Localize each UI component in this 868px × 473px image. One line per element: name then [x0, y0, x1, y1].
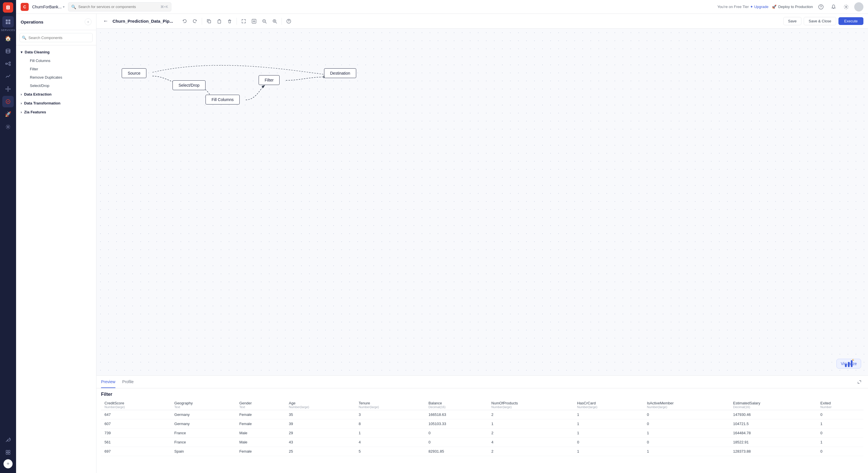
- tab-profile[interactable]: Profile: [122, 376, 134, 388]
- nav-icon-tools[interactable]: [2, 434, 14, 445]
- node-label: Filter: [265, 78, 274, 83]
- svg-rect-19: [6, 453, 8, 454]
- nav-icon-models[interactable]: [2, 83, 14, 95]
- operations-sidebar: Operations ‹ 🔍 ▾ Data Cleaning Fill C: [16, 14, 96, 473]
- col-exited: Exited Number: [817, 399, 863, 410]
- pipeline-container: Operations ‹ 🔍 ▾ Data Cleaning Fill C: [16, 14, 868, 473]
- help-button[interactable]: [284, 17, 293, 26]
- ops-item-fill-columns[interactable]: Fill Columns: [25, 57, 96, 65]
- node-label: Select/Drop: [179, 83, 199, 88]
- expand-button[interactable]: [249, 17, 259, 26]
- delete-button[interactable]: [225, 17, 234, 26]
- services-label: Services: [1, 29, 15, 32]
- bell-icon-btn[interactable]: [829, 2, 838, 11]
- deploy-button[interactable]: 🚀 Deploy to Production: [772, 5, 813, 9]
- add-component-button[interactable]: +: [3, 459, 12, 468]
- keyboard-shortcut: ⌘+K: [160, 5, 168, 9]
- table-row: 647GermanyFemale353166518.63210147930.46…: [101, 410, 863, 419]
- preview-section: Preview Profile Filter Cr: [96, 375, 868, 473]
- pipeline-node-destination[interactable]: Destination: [324, 68, 356, 78]
- fullscreen-button[interactable]: [239, 17, 248, 26]
- app-logo-nav[interactable]: C: [21, 3, 29, 11]
- category-data-transformation-header[interactable]: › Data Transformation: [16, 99, 96, 107]
- zoom-out-button[interactable]: [260, 17, 269, 26]
- ops-search-input[interactable]: [20, 33, 93, 42]
- save-close-button[interactable]: Save & Close: [804, 17, 836, 25]
- category-zia-features: › Zia Features: [16, 107, 96, 117]
- services-section: Services: [1, 16, 15, 32]
- chevron-down-icon: ▾: [63, 5, 65, 9]
- help-icon-btn[interactable]: [816, 2, 826, 11]
- col-estimatedsalary: EstimatedSalary Decimal(16): [730, 399, 817, 410]
- pipeline-node-filter[interactable]: Filter: [259, 75, 280, 85]
- nav-icon-analytics[interactable]: [2, 71, 14, 82]
- visualize-label: Visualize: [841, 361, 857, 366]
- undo-button[interactable]: [180, 17, 189, 26]
- expand-preview-button[interactable]: [856, 378, 863, 386]
- table-row: 607GermanyFemale398105103.33110104721.51: [101, 419, 863, 429]
- collapse-sidebar-button[interactable]: ‹: [85, 19, 92, 25]
- svg-rect-2: [6, 22, 8, 24]
- ops-header: Operations ‹: [16, 14, 96, 30]
- nav-icon-pipeline[interactable]: [2, 58, 14, 69]
- svg-point-8: [9, 62, 11, 63]
- svg-point-12: [8, 91, 9, 92]
- nav-icon-active[interactable]: [2, 96, 14, 107]
- chevron-down-icon: ▾: [21, 50, 22, 54]
- category-data-extraction-header[interactable]: › Data Extraction: [16, 90, 96, 99]
- paste-button[interactable]: [215, 17, 224, 26]
- redo-button[interactable]: [190, 17, 199, 26]
- settings-icon-btn[interactable]: [842, 2, 851, 11]
- ops-item-remove-duplicates[interactable]: Remove Duplicates: [25, 73, 96, 82]
- svg-rect-20: [8, 453, 10, 454]
- toolbar-actions: [180, 17, 293, 26]
- nav-icon-grid[interactable]: [2, 447, 14, 458]
- pipeline-node-select-drop[interactable]: Select/Drop: [173, 81, 206, 90]
- save-button[interactable]: Save: [783, 17, 802, 25]
- nav-icon-home[interactable]: 🏠: [2, 33, 14, 44]
- svg-point-14: [10, 89, 11, 90]
- tab-preview[interactable]: Preview: [101, 376, 115, 388]
- ops-search-area: 🔍: [16, 30, 96, 45]
- svg-rect-3: [8, 22, 10, 24]
- user-avatar[interactable]: [854, 2, 863, 11]
- main-area: C ChurnForBank... ▾ 🔍 ⌘+K You're on Free…: [16, 0, 868, 473]
- back-button[interactable]: ←: [101, 17, 110, 26]
- col-numofproducts: NumOfProducts Number(large): [488, 399, 574, 410]
- pipeline-node-source[interactable]: Source: [122, 68, 146, 78]
- nav-icon-database[interactable]: [2, 45, 14, 57]
- col-age: Age Number(large): [285, 399, 355, 410]
- svg-point-30: [288, 22, 289, 22]
- table-row: 739FranceMale2910211164484.780: [101, 429, 863, 438]
- data-cleaning-items: Fill Columns Filter Remove Duplicates Se…: [16, 57, 96, 90]
- ops-item-select-drop[interactable]: Select/Drop: [25, 82, 96, 90]
- category-data-cleaning-header[interactable]: ▾ Data Cleaning: [16, 48, 96, 57]
- category-data-cleaning: ▾ Data Cleaning Fill Columns Filter Remo…: [16, 48, 96, 90]
- section-title: Filter: [101, 388, 863, 399]
- nav-icon-rocket[interactable]: 🚀: [2, 108, 14, 120]
- copy-button[interactable]: [205, 17, 214, 26]
- table-row: 697SpainFemale25582931.85211128373.880: [101, 447, 863, 456]
- project-name[interactable]: ChurnForBank... ▾: [32, 5, 65, 9]
- category-zia-features-header[interactable]: › Zia Features: [16, 107, 96, 117]
- svg-rect-17: [6, 450, 8, 452]
- nav-icon-settings2[interactable]: [2, 121, 14, 133]
- svg-rect-0: [6, 20, 8, 22]
- chevron-right-icon: ›: [21, 110, 22, 114]
- svg-point-22: [820, 7, 821, 8]
- app-logo[interactable]: [3, 2, 13, 12]
- ops-item-filter[interactable]: Filter: [25, 65, 96, 73]
- pipeline-node-fill-columns[interactable]: Fill Columns: [206, 95, 240, 104]
- zoom-in-button[interactable]: [270, 17, 279, 26]
- upgrade-link[interactable]: ✦ Upgrade: [750, 5, 768, 9]
- pipeline-canvas[interactable]: Source Select/Drop Fill Columns Filter D…: [96, 29, 868, 375]
- tab-right-actions: [856, 378, 863, 386]
- free-tier-badge: You're on Free Tier ✦ Upgrade: [717, 5, 768, 9]
- visualize-button[interactable]: Visualize: [836, 359, 861, 369]
- table-header-row: CreditScore Number(large) Geography Text…: [101, 399, 863, 410]
- search-input[interactable]: [79, 5, 158, 9]
- execute-button[interactable]: Execute: [838, 17, 863, 25]
- chevron-right-icon: ›: [21, 92, 22, 96]
- nav-icon-services[interactable]: [2, 16, 14, 28]
- search-bar[interactable]: 🔍 ⌘+K: [68, 2, 172, 11]
